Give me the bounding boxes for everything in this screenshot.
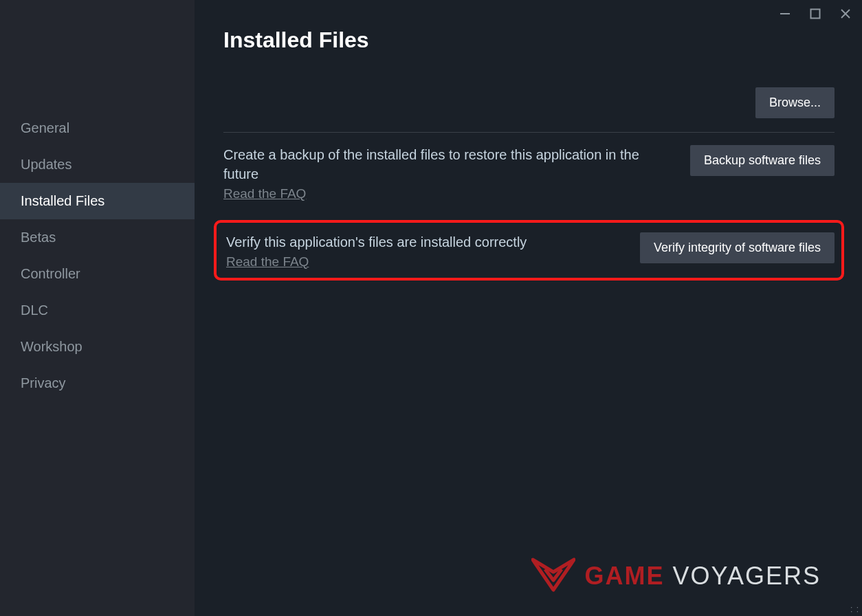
watermark-voyagers: VOYAGERS [673,562,821,590]
sidebar-item-privacy[interactable]: Privacy [0,365,195,402]
backup-button[interactable]: Backup software files [690,145,835,176]
close-icon[interactable] [839,7,852,21]
watermark-logo: GAME VOYAGERS [531,557,821,595]
divider [223,132,835,133]
verify-faq-link[interactable]: Read the FAQ [226,253,309,272]
backup-desc-text: Create a backup of the installed files t… [223,147,639,182]
window-controls [778,7,852,21]
sidebar: General Updates Installed Files Betas Co… [0,0,195,616]
verify-button[interactable]: Verify integrity of software files [640,232,835,263]
sidebar-item-dlc[interactable]: DLC [0,292,195,329]
sidebar-item-updates[interactable]: Updates [0,146,195,183]
sidebar-item-installed-files[interactable]: Installed Files [0,183,195,219]
backup-faq-link[interactable]: Read the FAQ [223,185,306,204]
sidebar-item-general[interactable]: General [0,110,195,146]
watermark-game: GAME [585,562,665,590]
watermark-text: GAME VOYAGERS [585,562,821,591]
sidebar-item-controller[interactable]: Controller [0,256,195,292]
sidebar-item-betas[interactable]: Betas [0,219,195,256]
main-panel: Installed Files Browse... Create a backu… [195,0,862,616]
verify-description: Verify this application's files are inst… [223,232,626,272]
voyager-shield-icon [531,557,575,595]
backup-row: Create a backup of the installed files t… [223,145,835,220]
svg-rect-1 [811,10,820,19]
backup-description: Create a backup of the installed files t… [223,145,676,204]
browse-row: Browse... [223,87,835,118]
maximize-icon[interactable] [808,7,822,21]
page-title: Installed Files [223,28,835,53]
minimize-icon[interactable] [778,7,792,21]
sidebar-item-workshop[interactable]: Workshop [0,329,195,365]
verify-row-highlight: Verify this application's files are inst… [214,220,844,281]
verify-desc-text: Verify this application's files are inst… [226,234,527,250]
browse-button[interactable]: Browse... [755,87,835,118]
resize-grip-icon[interactable]: · ·· · [850,605,859,613]
